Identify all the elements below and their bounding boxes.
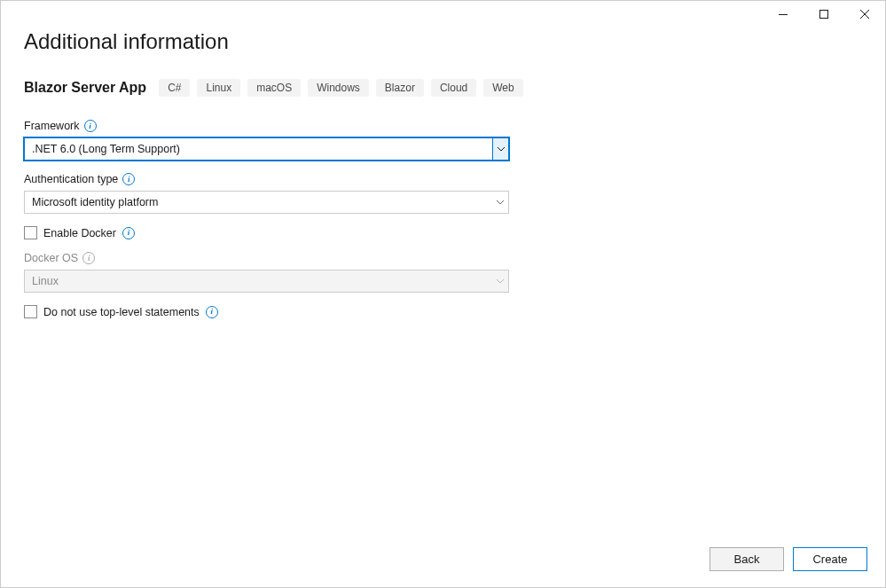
template-name: Blazor Server App xyxy=(24,80,146,96)
enable-docker-checkbox[interactable] xyxy=(24,226,37,239)
chevron-down-icon[interactable] xyxy=(492,138,508,160)
toplevel-checkbox[interactable] xyxy=(24,305,37,318)
framework-label: Framework i xyxy=(24,120,509,132)
framework-label-text: Framework xyxy=(24,120,80,132)
tag: Blazor xyxy=(376,79,424,97)
back-button[interactable]: Back xyxy=(710,547,784,571)
authtype-label-text: Authentication type xyxy=(24,173,118,185)
authtype-select[interactable]: Microsoft identity platform xyxy=(24,191,509,214)
info-icon: i xyxy=(82,252,95,264)
toplevel-label: Do not use top-level statements xyxy=(43,306,200,318)
tag: Cloud xyxy=(431,79,476,97)
info-icon[interactable]: i xyxy=(122,173,135,185)
minimize-button[interactable] xyxy=(763,1,804,27)
page-title: Additional information xyxy=(24,29,862,54)
dockeros-label-text: Docker OS xyxy=(24,252,78,264)
create-button[interactable]: Create xyxy=(793,547,867,571)
tag: C# xyxy=(159,79,190,97)
chevron-down-icon xyxy=(492,270,508,292)
maximize-button[interactable] xyxy=(804,1,844,27)
window-controls xyxy=(763,1,885,27)
info-icon[interactable]: i xyxy=(122,227,135,239)
close-button[interactable] xyxy=(844,1,885,27)
tag: Linux xyxy=(197,79,240,97)
framework-select-value: .NET 6.0 (Long Term Support) xyxy=(32,143,180,155)
svg-rect-0 xyxy=(779,14,788,15)
authtype-select-value: Microsoft identity platform xyxy=(32,196,158,208)
dockeros-select-value: Linux xyxy=(32,275,59,287)
tag: Windows xyxy=(308,79,369,97)
info-icon[interactable]: i xyxy=(84,120,97,132)
template-row: Blazor Server App C# Linux macOS Windows… xyxy=(24,79,862,97)
dockeros-label: Docker OS i xyxy=(24,252,509,264)
tag: macOS xyxy=(247,79,301,97)
tag: Web xyxy=(483,79,522,97)
framework-select[interactable]: .NET 6.0 (Long Term Support) xyxy=(24,137,509,161)
template-tags: C# Linux macOS Windows Blazor Cloud Web xyxy=(159,79,523,97)
footer-buttons: Back Create xyxy=(710,547,867,571)
enable-docker-label: Enable Docker xyxy=(43,227,116,239)
dockeros-select: Linux xyxy=(24,270,509,293)
chevron-down-icon[interactable] xyxy=(492,192,508,213)
info-icon[interactable]: i xyxy=(206,306,218,318)
svg-rect-1 xyxy=(820,11,828,19)
authtype-label: Authentication type i xyxy=(24,173,509,185)
